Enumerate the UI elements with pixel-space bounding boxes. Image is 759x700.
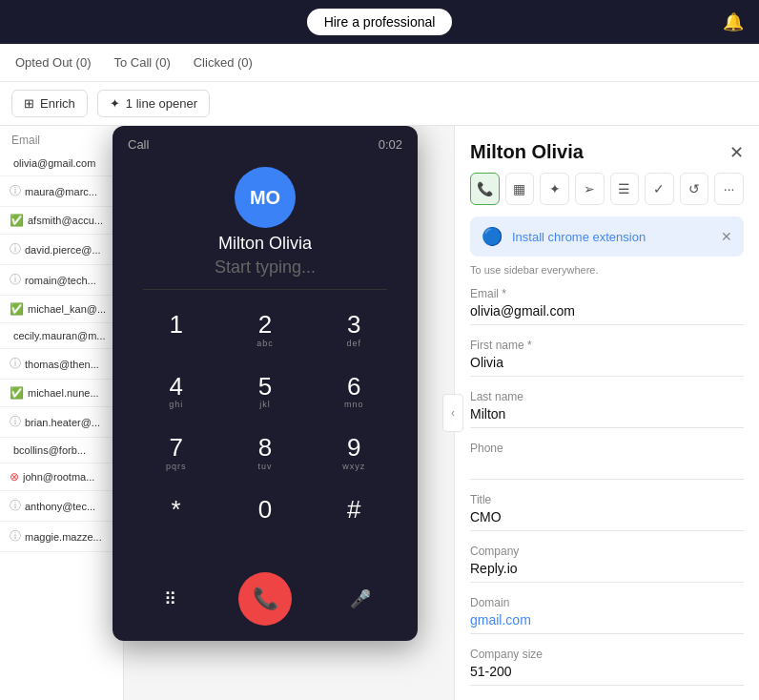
- sparkle-icon: ✦: [110, 96, 120, 111]
- panel-title: Milton Olivia: [470, 141, 584, 163]
- company-size-label: Company size: [470, 648, 744, 661]
- tab-clicked[interactable]: Clicked (0): [190, 55, 256, 70]
- collapse-panel-button[interactable]: ‹: [442, 394, 463, 432]
- last-name-label: Last name: [470, 390, 744, 403]
- domain-value[interactable]: gmail.com: [470, 612, 744, 634]
- email-field-group: Email * olivia@gmail.com: [470, 287, 744, 325]
- check-icon: ✅: [10, 214, 24, 227]
- list-item[interactable]: ⓘ maggie.mazze...: [0, 522, 123, 552]
- info-icon: ⓘ: [10, 528, 21, 545]
- key-9[interactable]: 9wxyz: [314, 426, 395, 481]
- key-6[interactable]: 6mno: [314, 365, 395, 420]
- info-icon: ⓘ: [10, 272, 21, 288]
- domain-field-group: Domain gmail.com: [470, 596, 744, 634]
- key-1[interactable]: 1: [135, 303, 216, 358]
- dialer-top-bar: Call 0:02: [113, 126, 418, 159]
- list-item[interactable]: ⓘ thomas@then...: [0, 349, 123, 380]
- tabs-bar: Opted Out (0) To Call (0) Clicked (0): [0, 44, 759, 82]
- check-circle-icon-button[interactable]: ✓: [645, 173, 674, 205]
- close-icon[interactable]: ✕: [729, 142, 744, 163]
- key-hash[interactable]: #: [314, 488, 395, 543]
- top-bar: Hire a professional 🔔: [0, 0, 759, 44]
- dialer-divider: [143, 289, 387, 290]
- tab-to-call[interactable]: To Call (0): [110, 55, 174, 70]
- title-field-group: Title CMO: [470, 493, 744, 531]
- opener-button[interactable]: ✦ 1 line opener: [97, 90, 210, 117]
- contact-form: Email * olivia@gmail.com First name * Ol…: [455, 283, 759, 700]
- more-options-button[interactable]: ···: [714, 173, 744, 205]
- key-3[interactable]: 3def: [314, 303, 395, 358]
- key-0[interactable]: 0: [224, 488, 305, 543]
- key-8[interactable]: 8tuv: [224, 426, 305, 481]
- list-item[interactable]: cecily.mauran@m...: [0, 323, 123, 349]
- list-item[interactable]: ⓘ brian.heater@...: [0, 407, 123, 438]
- company-value[interactable]: Reply.io: [470, 561, 744, 583]
- list-item[interactable]: ✅ michael_kan@...: [0, 296, 123, 323]
- contact-card-icon-button[interactable]: ▦: [505, 173, 535, 205]
- list-item[interactable]: bcollins@forb...: [0, 438, 123, 463]
- first-name-field-group: First name * Olivia: [470, 339, 744, 377]
- chrome-extension-banner: 🔵 Install chrome extension ✕: [470, 216, 744, 257]
- phone-icon-button[interactable]: 📞: [470, 173, 500, 205]
- company-size-field-group: Company size 51-200: [470, 648, 744, 686]
- email-value[interactable]: olivia@gmail.com: [470, 303, 744, 325]
- history-icon-button[interactable]: ↺: [680, 173, 709, 205]
- mute-button[interactable]: 🎤: [341, 580, 380, 618]
- last-name-field-group: Last name Milton: [470, 390, 744, 428]
- email-label: Email *: [470, 287, 744, 300]
- notification-icon[interactable]: 🔔: [723, 11, 744, 32]
- first-name-value[interactable]: Olivia: [470, 355, 744, 377]
- contact-detail-panel: Milton Olivia ✕ 📞 ▦ ✦ ➢ ☰ ✓ ↺ ··· 🔵 Inst…: [454, 126, 759, 700]
- list-item[interactable]: ⓘ david.pierce@...: [0, 235, 123, 265]
- info-icon: ⓘ: [10, 498, 21, 514]
- info-icon: ⓘ: [10, 183, 21, 199]
- list-item[interactable]: ⓘ maura@marc...: [0, 176, 123, 207]
- check-icon: ✅: [10, 386, 24, 400]
- tab-opted-out[interactable]: Opted Out (0): [11, 55, 94, 70]
- list-header: Email: [0, 126, 123, 151]
- list-icon-button[interactable]: ☰: [610, 173, 640, 205]
- error-icon: ⊗: [10, 470, 19, 484]
- ext-banner-subtext: To use sidebar everywhere.: [455, 264, 759, 283]
- first-name-label: First name *: [470, 339, 744, 352]
- info-icon: ⓘ: [10, 414, 21, 430]
- info-icon: ⓘ: [10, 241, 21, 257]
- send-icon-button[interactable]: ➢: [575, 173, 605, 205]
- list-item[interactable]: ✅ afsmith@accu...: [0, 207, 123, 235]
- dialpad-toggle-button[interactable]: ⠿: [151, 580, 189, 618]
- hire-professional-button[interactable]: Hire a professional: [307, 9, 453, 35]
- panel-header: Milton Olivia ✕: [455, 126, 759, 173]
- dialer-controls: ⠿ 📞 🎤: [113, 557, 418, 641]
- dialer-input-placeholder[interactable]: Start typing...: [215, 257, 316, 278]
- add-icon-button[interactable]: ✦: [540, 173, 569, 205]
- ext-banner-close-button[interactable]: ✕: [721, 229, 732, 244]
- enrich-button[interactable]: ⊞ Enrich: [11, 90, 88, 117]
- dialer-avatar: MO: [235, 167, 296, 228]
- title-label: Title: [470, 493, 744, 506]
- dialer-panel: Call 0:02 MO Milton Olivia Start typing.…: [113, 126, 418, 641]
- key-5[interactable]: 5jkl: [224, 365, 305, 420]
- ext-banner-text: Install chrome extension: [512, 230, 711, 244]
- key-2[interactable]: 2abc: [224, 303, 305, 358]
- list-item[interactable]: olivia@gmail.com: [0, 151, 123, 176]
- main-content: Email olivia@gmail.com ⓘ maura@marc... ✅…: [0, 126, 759, 700]
- title-value[interactable]: CMO: [470, 509, 744, 531]
- key-4[interactable]: 4ghi: [135, 365, 216, 420]
- list-item[interactable]: ⓘ romain@tech...: [0, 265, 123, 296]
- key-star[interactable]: *: [135, 488, 216, 543]
- phone-field-group: Phone: [470, 442, 744, 480]
- list-item[interactable]: ⊗ john@rootma...: [0, 463, 123, 491]
- numpad: 1 2abc 3def 4ghi 5jkl 6mno 7pqrs 8tuv 9w…: [113, 303, 418, 542]
- hangup-button[interactable]: 📞: [238, 572, 292, 626]
- actions-bar: ⊞ Enrich ✦ 1 line opener: [0, 82, 759, 126]
- dialer-timer: 0:02: [379, 137, 402, 152]
- list-item[interactable]: ⓘ anthony@tec...: [0, 491, 123, 522]
- last-name-value[interactable]: Milton: [470, 406, 744, 428]
- phone-value[interactable]: [470, 458, 744, 480]
- list-item[interactable]: ✅ michael.nune...: [0, 380, 123, 407]
- chrome-icon: 🔵: [482, 226, 503, 247]
- company-field-group: Company Reply.io: [470, 545, 744, 583]
- company-size-value[interactable]: 51-200: [470, 664, 744, 686]
- key-7[interactable]: 7pqrs: [135, 426, 216, 481]
- domain-label: Domain: [470, 596, 744, 609]
